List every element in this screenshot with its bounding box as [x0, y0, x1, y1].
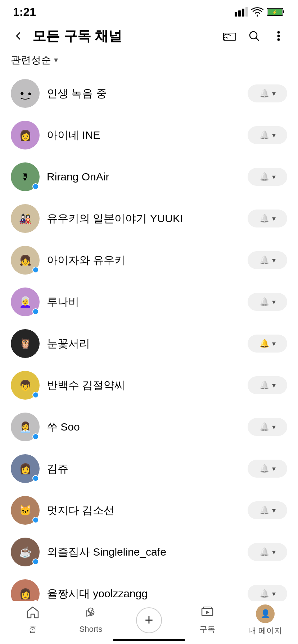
notification-bell-button[interactable]: 🔔▾ [248, 126, 287, 144]
new-content-dot [32, 183, 39, 190]
notification-bell-button[interactable]: 🔔▾ [248, 501, 287, 519]
more-button[interactable] [270, 27, 287, 45]
home-label: 홈 [29, 624, 37, 635]
channel-name: 눈꽃서리 [47, 336, 240, 351]
channel-avatar-wrap: 🐱 [11, 496, 40, 525]
cast-button[interactable] [221, 27, 238, 45]
channel-avatar-wrap: ☕ [11, 538, 40, 566]
chevron-down-icon: ▾ [272, 381, 276, 390]
svg-point-9 [223, 39, 225, 40]
channel-avatar-wrap: •͜ • [11, 79, 40, 108]
nav-home[interactable]: 홈 [15, 606, 51, 635]
channel-list: •͜ •인생 녹음 중🔔▾👩아이네 INE🔔▾🎙Rirang OnAir🔔▾🎎유… [0, 73, 298, 615]
bell-icon: 🔔 [259, 214, 269, 223]
nav-shorts[interactable]: Shorts [73, 606, 109, 634]
channel-avatar-wrap: 🎙 [11, 162, 40, 191]
notification-bell-button[interactable]: 🔔▾ [248, 460, 287, 478]
channel-item[interactable]: 🎎유우키의 일본이야기 YUUKI🔔▾ [7, 198, 291, 239]
subscriptions-label: 구독 [199, 624, 215, 635]
chevron-down-icon: ▾ [272, 464, 276, 473]
svg-rect-8 [224, 33, 236, 40]
notification-bell-button[interactable]: 🔔▾ [248, 168, 287, 186]
channel-name: 멋지다 김소선 [47, 503, 240, 518]
channel-avatar-wrap: 👩 [11, 454, 40, 483]
channel-item[interactable]: 🎙Rirang OnAir🔔▾ [7, 156, 291, 198]
channel-name: 아이자와 유우키 [47, 253, 240, 268]
channel-item[interactable]: 👦반백수 김절약씨🔔▾ [7, 364, 291, 406]
notification-bell-button[interactable]: 🔔▾ [248, 210, 287, 227]
mypage-avatar: 👤 [256, 604, 275, 623]
subscriptions-icon [200, 606, 214, 622]
mypage-label: 내 페이지 [248, 625, 282, 636]
notification-bell-button[interactable]: 🔔▾ [248, 335, 287, 353]
channel-item[interactable]: ☕외줄집사 Singleline_cafe🔔▾ [7, 531, 291, 573]
notification-bell-button[interactable]: 🔔▾ [248, 251, 287, 269]
bell-icon: 🔔 [259, 381, 269, 390]
bell-icon: 🔔 [259, 506, 269, 515]
status-bar: 1:21 ⚡ [0, 0, 298, 22]
chevron-down-icon: ▾ [272, 89, 276, 98]
channel-avatar: •͜ • [11, 79, 40, 108]
svg-rect-3 [245, 7, 248, 17]
add-icon[interactable]: + [136, 607, 162, 633]
channel-item[interactable]: 🦉눈꽃서리🔔▾ [7, 323, 291, 364]
chevron-down-icon: ▾ [272, 214, 276, 223]
status-icons: ⚡ [235, 7, 285, 17]
bell-icon: 🔔 [259, 89, 269, 98]
channel-name: 외줄집사 Singleline_cafe [47, 545, 240, 560]
notification-bell-button[interactable]: 🔔▾ [248, 376, 287, 394]
notification-bell-button[interactable]: 🔔▾ [248, 418, 287, 436]
channel-avatar-wrap: 👦 [11, 371, 40, 400]
channel-item[interactable]: 👩‍🦳루나비🔔▾ [7, 281, 291, 323]
new-content-dot [32, 433, 39, 440]
search-button[interactable] [245, 27, 263, 45]
shorts-label: Shorts [80, 625, 103, 634]
channel-name: 인생 녹음 중 [47, 86, 240, 101]
sort-label: 관련성순 [11, 53, 51, 67]
chevron-down-icon: ▾ [272, 339, 276, 348]
nav-subscriptions[interactable]: 구독 [189, 606, 225, 635]
bell-icon: 🔔 [259, 464, 269, 473]
svg-marker-16 [206, 611, 209, 614]
channel-avatar: 🎎 [11, 204, 40, 233]
sort-row[interactable]: 관련성순 ▾ [0, 50, 298, 73]
svg-point-13 [277, 38, 280, 41]
nav-icons [221, 27, 287, 45]
signal-icon [235, 7, 248, 17]
wifi-icon [251, 7, 263, 17]
channel-item[interactable]: 👧아이자와 유우키🔔▾ [7, 239, 291, 281]
back-button[interactable] [11, 28, 27, 44]
channel-name: 유우키의 일본이야기 YUUKI [47, 211, 240, 226]
new-content-dot [32, 475, 39, 482]
nav-add[interactable]: + [131, 607, 167, 633]
status-time: 1:21 [13, 5, 36, 19]
notification-bell-button[interactable]: 🔔▾ [248, 293, 287, 311]
svg-point-12 [277, 35, 280, 37]
channel-item[interactable]: 🐱멋지다 김소선🔔▾ [7, 489, 291, 531]
notification-bell-button[interactable]: 🔔▾ [248, 84, 287, 102]
new-content-dot [32, 517, 39, 523]
top-nav: 모든 구독 채널 [0, 22, 298, 50]
channel-item[interactable]: 👩김쥬🔔▾ [7, 448, 291, 489]
channel-avatar-wrap: 👩‍🦳 [11, 288, 40, 316]
nav-mypage[interactable]: 👤 내 페이지 [247, 604, 283, 636]
notification-bell-button[interactable]: 🔔▾ [248, 585, 287, 603]
channel-name: 루나비 [47, 295, 240, 309]
channel-item[interactable]: •͜ •인생 녹음 중🔔▾ [7, 73, 291, 114]
bell-icon: 🔔 [259, 172, 269, 181]
svg-text:⚡: ⚡ [272, 9, 277, 15]
battery-icon: ⚡ [267, 7, 285, 17]
notification-bell-button[interactable]: 🔔▾ [248, 543, 287, 561]
bell-icon: 🔔 [259, 422, 269, 432]
chevron-down-icon: ▾ [272, 506, 276, 515]
channel-avatar: 🦉 [11, 329, 40, 358]
channel-avatar-wrap: 👩‍💼 [11, 413, 40, 441]
chevron-down-icon: ▾ [272, 256, 276, 264]
home-indicator [113, 639, 185, 641]
chevron-down-icon: ▾ [272, 172, 276, 181]
channel-avatar-wrap: 🦉 [11, 329, 40, 358]
svg-rect-2 [242, 9, 244, 17]
channel-item[interactable]: 👩‍💼쑤 Soo🔔▾ [7, 406, 291, 448]
channel-item[interactable]: 👩아이네 INE🔔▾ [7, 114, 291, 156]
bell-icon: 🔔 [259, 589, 269, 598]
